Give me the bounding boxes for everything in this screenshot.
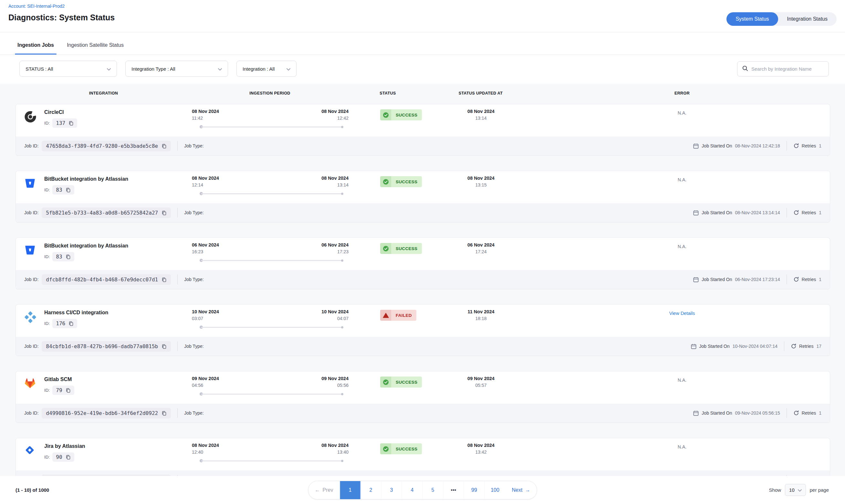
error-cell: N.A. (534, 171, 830, 203)
ingestion-period-slider (200, 392, 343, 396)
job-id-value: 84cbfb1d-e878-427b-b696-dadb77a0815b (46, 343, 158, 349)
page-size-select[interactable]: 10 (785, 484, 806, 496)
integration-cell: Jira by Atlassian ID: 90 (16, 438, 192, 470)
copy-icon[interactable] (65, 254, 71, 259)
divider (177, 141, 178, 151)
check-circle-icon (380, 443, 391, 454)
divider (787, 275, 787, 284)
integration-cell: Gitlab SCM ID: 79 (16, 372, 192, 404)
copy-icon[interactable] (65, 454, 71, 460)
status-filter-dropdown[interactable]: STATUS : All (19, 61, 117, 77)
job-type-label: Job Type: (184, 210, 204, 215)
page-button-4[interactable]: 4 (402, 481, 423, 499)
copy-icon[interactable] (68, 321, 74, 326)
retries-icon (793, 143, 799, 149)
period-end-date: 08 Nov 2024 (322, 176, 348, 181)
job-id-pill: 5fb821e5-b733-4a83-a0d8-b65725842a27 (42, 208, 171, 218)
copy-icon[interactable] (161, 143, 167, 149)
page-button-1[interactable]: 1 (340, 481, 361, 499)
job-started-label: Job Started On (702, 143, 732, 148)
ingestion-job-row: Gitlab SCM ID: 79 09 Nov 2024 04:56 (16, 371, 830, 423)
calendar-icon (693, 143, 699, 149)
page-button-5[interactable]: 5 (423, 481, 444, 499)
slider-track (201, 327, 342, 328)
retries-label: Retries (799, 344, 813, 349)
period-start-time: 12:40 (192, 449, 219, 455)
slider-track (201, 394, 342, 395)
ingestion-job-row: BitBucket integration by Atlassian ID: 8… (16, 171, 830, 222)
period-end-time: 12:42 (322, 115, 348, 121)
page-header: Account: SEI-Internal-Prod2 Diagnostics:… (0, 0, 845, 32)
job-details-footer: Job ID: 47658da3-f389-4fd7-9280-e5b3bade… (16, 137, 830, 155)
page-button-100[interactable]: 100 (485, 481, 505, 499)
integration-id-pill: 90 (52, 452, 74, 462)
page-button-2[interactable]: 2 (361, 481, 381, 499)
status-updated-cell: 08 Nov 2024 13:15 (428, 171, 534, 203)
tab-ingestion-satellite-status[interactable]: Ingestion Satellite Status (66, 42, 124, 55)
search-input[interactable] (751, 66, 824, 72)
status-updated-date: 08 Nov 2024 (428, 443, 534, 448)
copy-icon[interactable] (65, 187, 71, 193)
page-button-99[interactable]: 99 (464, 481, 485, 499)
period-start-date: 08 Nov 2024 (192, 176, 219, 181)
prev-page-button[interactable]: ←Prev (309, 481, 340, 499)
next-arrow-icon: → (525, 487, 530, 493)
copy-icon[interactable] (65, 388, 71, 393)
integration-type-filter-dropdown[interactable]: Integration Type : All (125, 61, 228, 77)
retries-value: 17 (816, 344, 822, 349)
status-updated-time: 17:24 (428, 249, 534, 254)
integration-id-value: 90 (56, 454, 62, 460)
copy-icon[interactable] (161, 344, 167, 349)
integration-id-pill: 137 (52, 119, 77, 128)
job-id-pill: dfcb8ffd-482b-4fb4-b468-67e9decc07d1 (42, 274, 171, 285)
job-id-pill: 47658da3-f389-4fd7-9280-e5b3bade5c8e (42, 141, 171, 151)
slider-track (201, 126, 342, 127)
toggle-integration-status[interactable]: Integration Status (778, 12, 837, 26)
retries-icon (793, 410, 799, 416)
view-details-link[interactable]: View Details (669, 311, 695, 316)
integration-filter-dropdown[interactable]: Integration : All (237, 61, 296, 77)
page-button-3[interactable]: 3 (381, 481, 402, 499)
copy-icon[interactable] (161, 210, 167, 216)
status-cell: SUCCESS (348, 171, 428, 203)
retries-label: Retries (802, 210, 816, 215)
jira-icon (24, 445, 36, 457)
status-cell: SUCCESS (348, 372, 428, 404)
status-cell: SUCCESS (348, 438, 428, 470)
divider (177, 208, 178, 217)
retries-icon (791, 343, 796, 349)
period-end-time: 13:14 (322, 182, 348, 187)
retries-label: Retries (802, 143, 816, 148)
copy-icon[interactable] (68, 120, 74, 126)
tab-ingestion-jobs[interactable]: Ingestion Jobs (17, 42, 55, 55)
job-details-footer: Job ID: 5fb821e5-b733-4a83-a0d8-b6572584… (16, 203, 830, 222)
retries-value: 1 (819, 277, 822, 282)
job-started-value: 08-Nov-2024 12:42:18 (735, 143, 780, 148)
job-started-value: 06-Nov-2024 17:23:14 (735, 277, 780, 282)
status-updated-date: 09 Nov 2024 (428, 376, 534, 381)
copy-icon[interactable] (161, 410, 167, 416)
status-badge-label: SUCCESS (391, 377, 422, 388)
integration-id-pill: 79 (52, 385, 74, 395)
job-id-value: 5fb821e5-b733-4a83-a0d8-b65725842a27 (46, 210, 158, 216)
period-start-time: 03:07 (192, 316, 219, 321)
integration-type-filter-label: Integration Type : All (132, 66, 175, 72)
job-id-label: Job ID: (24, 143, 38, 148)
toggle-system-status[interactable]: System Status (726, 12, 778, 26)
status-updated-cell: 06 Nov 2024 17:24 (428, 238, 534, 270)
divider (787, 208, 787, 217)
next-page-button[interactable]: Next→ (505, 481, 537, 499)
table-header-row: INTEGRATION INGESTION PERIOD STATUS STAT… (16, 84, 830, 104)
integration-id-value: 79 (56, 387, 62, 393)
ingestion-period-cell: 06 Nov 2024 16:23 06 Nov 2024 17:23 (192, 238, 348, 270)
per-page-label: per page (810, 487, 829, 493)
status-updated-cell: 11 Nov 2024 18:18 (428, 305, 534, 337)
integration-id-pill: 176 (52, 319, 77, 328)
account-link[interactable]: Account: SEI-Internal-Prod2 (8, 3, 65, 9)
error-value: N.A. (678, 444, 686, 449)
status-badge: SUCCESS (380, 243, 422, 254)
status-filter-label: STATUS : All (25, 66, 53, 72)
chevron-down-icon (107, 66, 111, 72)
copy-icon[interactable] (161, 277, 167, 282)
check-circle-icon (380, 176, 391, 187)
